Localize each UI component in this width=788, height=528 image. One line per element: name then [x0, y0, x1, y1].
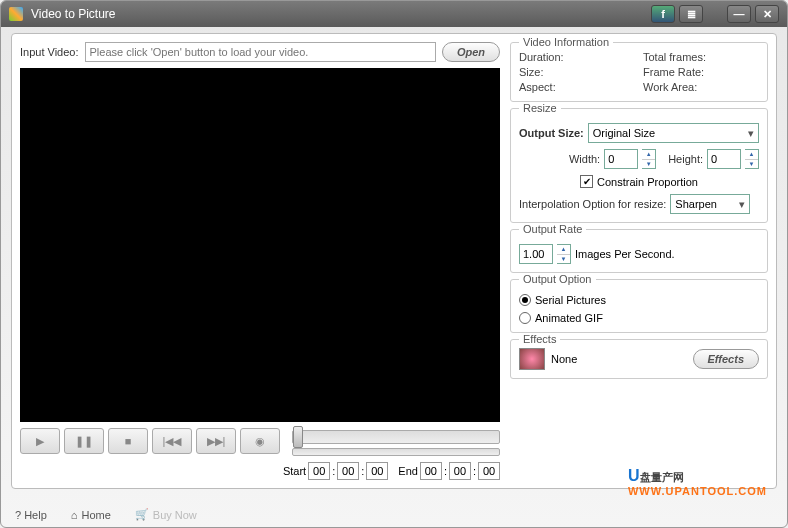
end-label: End	[398, 465, 418, 477]
left-pane: Input Video: Open ▶ ❚❚ ■ |◀◀ ▶▶| ◉	[20, 42, 500, 480]
dropdown-arrow-icon: ▾	[748, 127, 754, 140]
workarea-label: Work Area:	[643, 81, 759, 93]
video-info-legend: Video Information	[519, 36, 613, 48]
aspect-label: Aspect:	[519, 81, 635, 93]
gif-radio[interactable]	[519, 312, 531, 324]
content-area: Input Video: Open ▶ ❚❚ ■ |◀◀ ▶▶| ◉	[11, 33, 777, 489]
end-min[interactable]	[449, 462, 471, 480]
height-input[interactable]: 0	[707, 149, 741, 169]
pause-button[interactable]: ❚❚	[64, 428, 104, 454]
checkmark-icon: ✔	[580, 175, 593, 188]
output-size-label: Output Size:	[519, 127, 584, 139]
width-spinner[interactable]: ▲▼	[642, 149, 656, 169]
rate-label: Images Per Second.	[575, 248, 675, 260]
right-pane: Video Information Duration: Total frames…	[510, 42, 768, 480]
input-video-label: Input Video:	[20, 46, 79, 58]
height-spinner[interactable]: ▲▼	[745, 149, 759, 169]
width-label: Width:	[569, 153, 600, 165]
output-rate-group: Output Rate 1.00 ▲▼ Images Per Second.	[510, 229, 768, 273]
titlebar: Video to Picture f ≣ — ✕	[1, 1, 787, 27]
home-link[interactable]: ⌂Home	[71, 509, 111, 521]
end-sec[interactable]	[478, 462, 500, 480]
app-title: Video to Picture	[31, 7, 647, 21]
start-hour[interactable]	[308, 462, 330, 480]
capture-button[interactable]: ◉	[240, 428, 280, 454]
effect-thumbnail	[519, 348, 545, 370]
footer: ? Help ⌂Home 🛒Buy Now	[15, 508, 773, 521]
cart-icon: 🛒	[135, 508, 149, 521]
prev-frame-button[interactable]: |◀◀	[152, 428, 192, 454]
option-legend: Output Option	[519, 273, 596, 285]
resize-legend: Resize	[519, 102, 561, 114]
start-label: Start	[283, 465, 306, 477]
video-info-group: Video Information Duration: Total frames…	[510, 42, 768, 102]
effect-name: None	[551, 353, 687, 365]
effects-legend: Effects	[519, 333, 560, 345]
start-min[interactable]	[337, 462, 359, 480]
serial-radio[interactable]	[519, 294, 531, 306]
size-label: Size:	[519, 66, 635, 78]
resize-group: Resize Output Size: Original Size ▾ Widt…	[510, 108, 768, 223]
open-button[interactable]: Open	[442, 42, 500, 62]
width-input[interactable]: 0	[604, 149, 638, 169]
totalframes-label: Total frames:	[643, 51, 759, 63]
buy-link[interactable]: 🛒Buy Now	[135, 508, 197, 521]
output-size-select[interactable]: Original Size ▾	[588, 123, 759, 143]
rate-legend: Output Rate	[519, 223, 586, 235]
watermark: U盘量产网 WWW.UPANTOOL.COM	[628, 467, 767, 497]
stop-button[interactable]: ■	[108, 428, 148, 454]
next-frame-button[interactable]: ▶▶|	[196, 428, 236, 454]
app-logo-icon	[9, 7, 23, 21]
menu-button[interactable]: ≣	[679, 5, 703, 23]
help-link[interactable]: ? Help	[15, 509, 47, 521]
rate-spinner[interactable]: ▲▼	[557, 244, 571, 264]
minimize-button[interactable]: —	[727, 5, 751, 23]
play-button[interactable]: ▶	[20, 428, 60, 454]
input-video-field[interactable]	[85, 42, 436, 62]
effects-button[interactable]: Effects	[693, 349, 759, 369]
seek-handle[interactable]	[293, 426, 303, 448]
constrain-checkbox[interactable]: ✔ Constrain Proportion	[580, 175, 698, 188]
facebook-button[interactable]: f	[651, 5, 675, 23]
effects-group: Effects None Effects	[510, 339, 768, 379]
dropdown-arrow-icon: ▾	[739, 198, 745, 211]
start-sec[interactable]	[366, 462, 388, 480]
app-window: Video to Picture f ≣ — ✕ Input Video: Op…	[0, 0, 788, 528]
rate-input[interactable]: 1.00	[519, 244, 553, 264]
interp-select[interactable]: Sharpen ▾	[670, 194, 750, 214]
home-icon: ⌂	[71, 509, 78, 521]
framerate-label: Frame Rate:	[643, 66, 759, 78]
video-preview	[20, 68, 500, 422]
interp-label: Interpolation Option for resize:	[519, 198, 666, 210]
output-option-group: Output Option Serial Pictures Animated G…	[510, 279, 768, 333]
close-button[interactable]: ✕	[755, 5, 779, 23]
duration-label: Duration:	[519, 51, 635, 63]
end-hour[interactable]	[420, 462, 442, 480]
range-slider[interactable]	[292, 448, 500, 456]
height-label: Height:	[668, 153, 703, 165]
seek-slider[interactable]	[292, 430, 500, 444]
